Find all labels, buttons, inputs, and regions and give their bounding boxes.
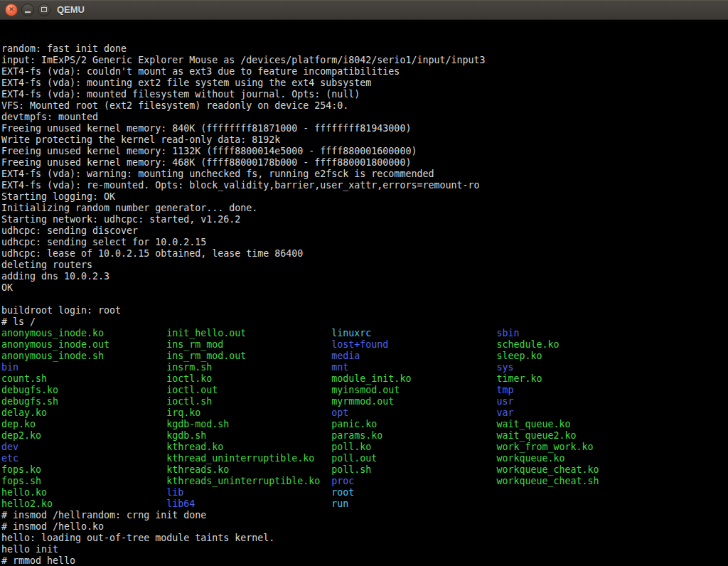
minimize-button[interactable] (21, 4, 34, 16)
ls-entry: myinsmod.out (331, 385, 496, 396)
ls-entry: hello.ko (1, 487, 166, 498)
ls-row: anonymous_inode.outins_rm_modlost+founds… (1, 339, 728, 351)
ls-entry: fops.ko (1, 464, 166, 476)
ls-entry: irq.ko (166, 407, 331, 419)
ls-entry: dep2.ko (1, 430, 166, 442)
close-icon: ✕ (9, 6, 14, 13)
maximize-button[interactable] (38, 4, 50, 16)
minimize-icon (25, 11, 31, 13)
ls-entry: count.sh (1, 373, 166, 385)
ls-entry: kgdb-mod.sh (166, 419, 331, 430)
ls-entry: params.ko (331, 430, 496, 442)
terminal-output: random: fast init doneinput: ImExPS/2 Ge… (1, 43, 728, 566)
ls-entry: root (331, 487, 496, 498)
ls-row: devkthread.kopoll.kowork_from_work.ko (1, 442, 728, 453)
console-line: EXT4-fs (vda): mounted filesystem withou… (1, 89, 728, 100)
ls-entry: ioctl.ko (166, 373, 331, 385)
ls-entry: ioctl.out (166, 385, 331, 396)
ls-row: bininsrm.shmntsys (1, 362, 728, 373)
ls-entry: wait_queue2.ko (496, 430, 661, 442)
console-line: Starting logging: OK (1, 191, 728, 203)
console-line: hello init (1, 544, 728, 555)
ls-entry: schedule.ko (496, 339, 661, 351)
ls-entry: timer.ko (496, 373, 661, 385)
ls-entry: var (496, 407, 661, 419)
console-line: udhcpc: sending select for 10.0.2.15 (1, 237, 728, 248)
ls-row: dep.kokgdb-mod.shpanic.kowait_queue.ko (1, 419, 728, 430)
console-line: devtmpfs: mounted (1, 112, 728, 123)
ls-entry: sleep.ko (496, 351, 661, 362)
ls-entry: sys (496, 362, 661, 373)
console-line: Starting network: udhcpc: started, v1.26… (1, 214, 728, 225)
ls-entry: myrmmod.out (331, 396, 496, 407)
console-line: Write protecting the kernel read-only da… (1, 134, 728, 146)
ls-entry: workqueue.ko (496, 453, 661, 464)
console-line: EXT4-fs (vda): couldn't mount as ext3 du… (1, 66, 728, 78)
ls-entry: lib64 (166, 498, 331, 510)
ls-entry: init_hello.out (166, 328, 331, 339)
ls-entry: tmp (496, 385, 661, 396)
ls-row: anonymous_inode.koinit_hello.outlinuxrcs… (1, 328, 728, 339)
window-title: QEMU (57, 4, 85, 15)
ls-entry: kthreads.ko (166, 464, 331, 476)
ls-entry: anonymous_inode.ko (1, 328, 166, 339)
console-line: buildroot login: root (1, 305, 728, 316)
ls-entry: ioctl.sh (166, 396, 331, 407)
ls-entry: lost+found (331, 339, 496, 351)
console-line (1, 294, 728, 305)
ls-entry: sbin (496, 328, 661, 339)
ls-entry: wait_queue.ko (496, 419, 661, 430)
ls-row: dep2.kokgdb.shparams.kowait_queue2.ko (1, 430, 728, 442)
ls-entry: run (331, 498, 496, 510)
ls-row: count.shioctl.komodule_init.kotimer.ko (1, 373, 728, 385)
console-line: Freeing unused kernel memory: 468K (ffff… (1, 157, 728, 169)
close-button[interactable]: ✕ (5, 4, 18, 16)
terminal-screen[interactable]: random: fast init doneinput: ImExPS/2 Ge… (0, 20, 728, 566)
ls-row: debugfs.shioctl.shmyrmmod.outusr (1, 396, 728, 407)
console-line: adding dns 10.0.2.3 (1, 271, 728, 282)
ls-entry: opt (331, 407, 496, 419)
ls-row: delay.koirq.kooptvar (1, 407, 728, 419)
ls-row: hello2.kolib64run (1, 498, 728, 510)
ls-entry: kthread.ko (166, 442, 331, 453)
ls-entry: poll.out (331, 453, 496, 464)
console-line: # insmod /hellrandom: crng init done (1, 510, 728, 521)
ls-entry: work_from_work.ko (496, 442, 661, 453)
ls-entry: etc (1, 453, 166, 464)
console-line: EXT4-fs (vda): warning: mounting uncheck… (1, 169, 728, 180)
ls-entry: kgdb.sh (166, 430, 331, 442)
maximize-icon (41, 7, 47, 12)
ls-entry: lib (166, 487, 331, 498)
ls-entry: debugfs.ko (1, 385, 166, 396)
ls-entry: delay.ko (1, 407, 166, 419)
ls-entry: usr (496, 396, 661, 407)
console-line: deleting routers (1, 260, 728, 271)
console-line: input: ImExPS/2 Generic Explorer Mouse a… (1, 55, 728, 66)
ls-entry: kthreads_uninterruptible.ko (166, 476, 331, 487)
ls-entry: kthread_uninterruptible.ko (166, 453, 331, 464)
ls-entry: anonymous_inode.sh (1, 351, 166, 362)
console-line: OK (1, 282, 728, 294)
ls-row: fops.shkthreads_uninterruptible.koprocwo… (1, 476, 728, 487)
console-line: udhcpc: sending discover (1, 225, 728, 237)
ls-entry: media (331, 351, 496, 362)
console-line: udhcpc: lease of 10.0.2.15 obtained, lea… (1, 248, 728, 260)
ls-entry: proc (331, 476, 496, 487)
ls-entry: poll.ko (331, 442, 496, 453)
ls-entry: bin (1, 362, 166, 373)
ls-entry: workqueue_cheat.sh (496, 476, 661, 487)
ls-entry: debugfs.sh (1, 396, 166, 407)
ls-entry: workqueue_cheat.ko (496, 464, 661, 476)
ls-row: debugfs.koioctl.outmyinsmod.outtmp (1, 385, 728, 396)
console-line: # insmod /hello.ko (1, 521, 728, 533)
ls-entry: module_init.ko (331, 373, 496, 385)
ls-entry: ins_rm_mod (166, 339, 331, 351)
ls-entry: poll.sh (331, 464, 496, 476)
console-line: Freeing unused kernel memory: 840K (ffff… (1, 123, 728, 134)
window-titlebar[interactable]: ✕ QEMU (0, 0, 728, 20)
console-line: EXT4-fs (vda): mounting ext2 file system… (1, 78, 728, 89)
ls-entry: linuxrc (331, 328, 496, 339)
console-line: hello: loading out-of-tree module taints… (1, 533, 728, 544)
ls-row: etckthread_uninterruptible.kopoll.outwor… (1, 453, 728, 464)
ls-entry: mnt (331, 362, 496, 373)
